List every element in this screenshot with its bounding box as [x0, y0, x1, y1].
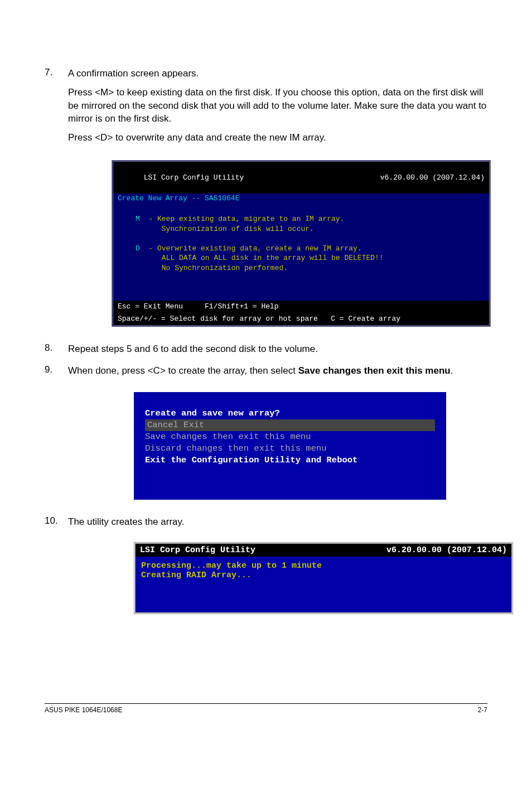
- bios2-title: LSI Corp Config Utility: [140, 545, 255, 555]
- bios1-title: LSI Corp Config Utility: [144, 173, 244, 182]
- step-9-prefix: When done, press <C> to create the array…: [68, 365, 298, 376]
- step-8-text: Repeat steps 5 and 6 to add the second d…: [68, 342, 487, 356]
- step-7-line-3: Press <D> to overwrite any data and crea…: [68, 131, 487, 144]
- step-9-text: When done, press <C> to create the array…: [68, 364, 487, 378]
- menu-opt-save: Save changes then exit this menu: [145, 431, 435, 443]
- bios1-d-key: D: [136, 244, 140, 253]
- bios1-version: v6.20.00.00 (2007.12.04): [380, 173, 485, 183]
- step-9-bold: Save changes then exit this menu: [298, 365, 451, 376]
- bios1-m-text: - Keep existing data, migrate to an IM a…: [136, 215, 344, 233]
- step-10-number: 10.: [45, 515, 68, 526]
- menu-dialog: Create and save new array? Cancel Exit S…: [134, 392, 446, 500]
- bios1-footer-1: Esc = Exit Menu F1/Shift+1 = Help: [113, 301, 489, 313]
- bios-dialog-2: LSI Corp Config Utilityv6.20.00.00 (2007…: [134, 542, 513, 614]
- footer-right: 2-7: [478, 706, 487, 714]
- step-7-number: 7.: [45, 67, 68, 78]
- bios2-version: v6.20.00.00 (2007.12.04): [386, 545, 507, 555]
- menu-opt-cancel: Cancel Exit: [145, 419, 435, 431]
- bios1-footer-2: Space/+/- = Select disk for array or hot…: [113, 313, 489, 325]
- step-7-line-1: A confirmation screen appears.: [68, 67, 487, 80]
- bios-dialog-1: LSI Corp Config Utilityv6.20.00.00 (2007…: [112, 160, 491, 327]
- step-9-number: 9.: [45, 364, 68, 375]
- menu-title: Create and save new array?: [145, 408, 435, 419]
- menu-opt-discard: Discard changes then exit this menu: [145, 443, 435, 455]
- step-7-line-2: Press <M> to keep existing data on the f…: [68, 86, 487, 125]
- bios1-m-key: M: [136, 215, 140, 223]
- bios2-line-2: Creating RAID Array...: [141, 571, 252, 580]
- menu-opt-exit: Exit the Configuration Utility and Reboo…: [145, 455, 435, 466]
- step-10-text: The utility creates the array.: [68, 515, 487, 529]
- bios1-subtitle: Create New Array -- SAS1064E: [113, 194, 489, 207]
- bios2-line-1: Processing...may take up to 1 minute: [141, 561, 322, 571]
- footer-left: ASUS PIKE 1064E/1068E: [45, 706, 122, 714]
- bios1-d-text: - Overwrite existing data, create a new …: [136, 244, 384, 272]
- step-9-suffix: .: [451, 365, 453, 376]
- step-8-number: 8.: [45, 342, 68, 354]
